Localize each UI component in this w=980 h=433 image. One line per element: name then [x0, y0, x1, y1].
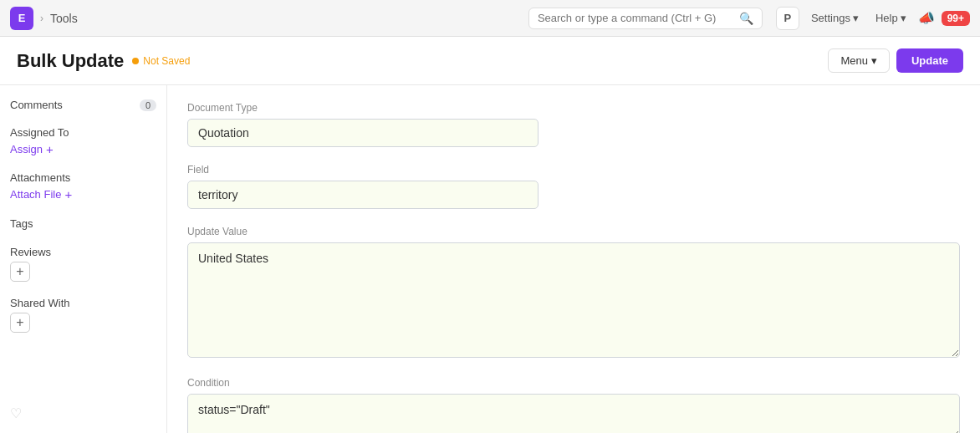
- comments-count: 0: [140, 99, 156, 111]
- assigned-to-label: Assigned To: [10, 126, 69, 139]
- search-input[interactable]: [538, 12, 734, 24]
- shared-with-label: Shared With: [10, 297, 70, 309]
- app-icon: E: [10, 7, 33, 30]
- not-saved-badge: Not Saved: [132, 55, 190, 67]
- assigned-to-section: Assigned To Assign +: [10, 126, 156, 156]
- assigned-to-header: Assigned To: [10, 126, 156, 139]
- update-value-label: Update Value: [187, 226, 960, 237]
- comments-section: Comments 0: [10, 99, 156, 111]
- tags-label: Tags: [10, 217, 33, 230]
- assign-button[interactable]: Assign +: [10, 142, 156, 156]
- tools-label: Tools: [50, 12, 78, 25]
- comments-header: Comments 0: [10, 99, 156, 111]
- attachments-label: Attachments: [10, 171, 70, 184]
- tags-section: Tags: [10, 216, 156, 230]
- update-value-textarea[interactable]: United States: [187, 242, 960, 358]
- attach-plus-icon: +: [64, 187, 72, 201]
- attachments-section: Attachments Attach File +: [10, 171, 156, 201]
- content-area: Document Type Field Update Value United …: [167, 85, 980, 433]
- update-value-group: Update Value United States: [187, 226, 960, 360]
- page-header: Bulk Update Not Saved Menu ▾ Update: [0, 37, 980, 85]
- page-title-area: Bulk Update Not Saved: [17, 50, 190, 72]
- attach-file-button[interactable]: Attach File +: [10, 187, 156, 201]
- reviews-section: Reviews +: [10, 245, 156, 282]
- document-type-label: Document Type: [187, 102, 960, 114]
- help-chevron-icon: ▾: [901, 12, 906, 24]
- update-button[interactable]: Update: [896, 48, 963, 73]
- help-button[interactable]: Help ▾: [870, 8, 911, 28]
- attachments-header: Attachments: [10, 171, 156, 184]
- field-input[interactable]: [187, 181, 538, 209]
- page-title: Bulk Update: [17, 50, 124, 72]
- reviews-label: Reviews: [10, 246, 51, 258]
- notifications-bell-icon[interactable]: 📣: [918, 10, 935, 26]
- header-actions: Menu ▾ Update: [828, 48, 963, 73]
- condition-textarea[interactable]: status="Draft": [187, 394, 960, 433]
- not-saved-dot-icon: [132, 58, 139, 64]
- settings-button[interactable]: Settings ▾: [806, 8, 864, 28]
- main-layout: Comments 0 Assigned To Assign + Attachme…: [0, 85, 980, 433]
- sidebar: Comments 0 Assigned To Assign + Attachme…: [0, 85, 167, 433]
- settings-chevron-icon: ▾: [853, 12, 859, 24]
- nav-right: P Settings ▾ Help ▾ 📣 99+: [776, 7, 970, 30]
- profile-button[interactable]: P: [776, 7, 799, 30]
- field-label: Field: [187, 164, 960, 176]
- notifications-badge[interactable]: 99+: [942, 11, 970, 26]
- search-icon: 🔍: [739, 12, 753, 25]
- reviews-add-button[interactable]: +: [10, 262, 30, 282]
- assign-plus-icon: +: [46, 142, 54, 156]
- heart-icon[interactable]: ♡: [10, 405, 156, 421]
- topnav: E › Tools 🔍 P Settings ▾ Help ▾ 📣 99+: [0, 0, 980, 37]
- field-group: Field: [187, 164, 960, 209]
- condition-label: Condition: [187, 377, 960, 389]
- menu-chevron-icon: ▾: [871, 54, 877, 67]
- condition-group: Condition status="Draft": [187, 377, 960, 433]
- comments-label: Comments: [10, 99, 63, 111]
- nav-chevron-icon: ›: [40, 13, 43, 24]
- shared-with-header: Shared With: [10, 297, 156, 309]
- menu-button[interactable]: Menu ▾: [828, 48, 890, 73]
- search-bar[interactable]: 🔍: [528, 8, 763, 29]
- document-type-input[interactable]: [187, 119, 538, 147]
- document-type-group: Document Type: [187, 102, 960, 147]
- shared-with-section: Shared With +: [10, 297, 156, 333]
- shared-with-add-button[interactable]: +: [10, 313, 30, 333]
